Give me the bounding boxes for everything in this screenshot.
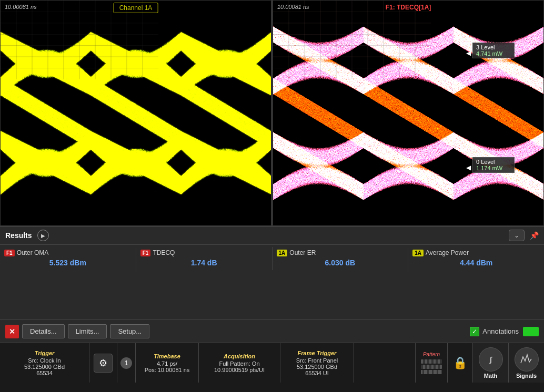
pattern-bar-1 bbox=[421, 359, 442, 364]
pattern-label: Pattern bbox=[423, 352, 440, 357]
measurement-cell-tdecq: F1 TDECQ 1.74 dB bbox=[136, 247, 273, 270]
frame-trigger-rate: 53.125000 GBd bbox=[285, 364, 349, 370]
meas-value-avg-power: 4.44 dBm bbox=[412, 257, 540, 268]
meas-name-tdecq: TDECQ bbox=[153, 249, 175, 256]
timebase-pos-label: Pos: bbox=[145, 367, 156, 373]
marker-0level-label: 0 Level bbox=[476, 159, 511, 165]
results-empty-space bbox=[0, 272, 544, 319]
meas-value-tdecq: 1.74 dB bbox=[140, 257, 268, 268]
pin-button[interactable]: 📌 bbox=[530, 231, 539, 240]
trigger-badge-number: 1 bbox=[120, 357, 132, 369]
signals-icon bbox=[520, 353, 533, 366]
checkbox-icon: ✓ bbox=[470, 327, 479, 336]
gear-icon[interactable]: ⚙ bbox=[94, 354, 113, 373]
pattern-bar-2 bbox=[421, 365, 442, 369]
right-channel-display: 10.00081 ns F1: TDECQ[1A] 3 Level 4.741 … bbox=[273, 0, 544, 226]
frame-trigger-src: Src: Front Panel bbox=[285, 357, 349, 364]
meas-header-outer-er: 1A Outer ER bbox=[277, 249, 404, 256]
lock-icon: 🔒 bbox=[453, 356, 467, 370]
play-button[interactable]: ▶ bbox=[37, 230, 49, 241]
action-bar-right: ✓ Annotations bbox=[470, 327, 539, 336]
meas-header-outer-oma: F1 Outer OMA bbox=[4, 249, 132, 256]
marker-3level-value: 4.741 mW bbox=[476, 50, 511, 57]
acquisition-full-pattern: Full Pattern: On bbox=[203, 360, 276, 367]
marker-3level: 3 Level 4.741 mW bbox=[472, 43, 515, 58]
timebase-section: Timebase 4.71 ps/ Pos: 10.00081 ns bbox=[136, 343, 199, 383]
left-channel-display: 10.00081 ns Channel 1A bbox=[0, 0, 271, 226]
chevron-down-button[interactable]: ⌄ bbox=[509, 230, 525, 241]
badge-1a-outer-er: 1A bbox=[277, 250, 288, 256]
pattern-indicators bbox=[421, 359, 442, 374]
meas-name-avg-power: Average Power bbox=[426, 249, 469, 256]
badge-1a-avg-power: 1A bbox=[412, 250, 424, 256]
annotations-label: Annotations bbox=[482, 327, 519, 335]
results-panel: Results ▶ ⌄ 📌 F1 Outer OMA 5.523 dBm F1 … bbox=[0, 226, 544, 343]
badge-f1-outer-oma: F1 bbox=[4, 250, 15, 256]
timebase-pos-value: 10.00081 ns bbox=[158, 367, 190, 373]
timebase-title: Timebase bbox=[140, 353, 194, 359]
pattern-section: Pattern bbox=[415, 343, 447, 383]
measurements-row: F1 Outer OMA 5.523 dBm F1 TDECQ 1.74 dB … bbox=[0, 245, 544, 272]
trigger-code: 65534 bbox=[4, 370, 85, 376]
status-right: Pattern 🔒 ∫ Math bbox=[415, 343, 544, 383]
meas-header-tdecq: F1 TDECQ bbox=[140, 249, 268, 256]
timebase-pos: Pos: 10.00081 ns bbox=[140, 367, 194, 373]
signals-label: Signals bbox=[516, 373, 537, 379]
green-status-indicator bbox=[523, 327, 539, 336]
marker-0level-value: 1.174 mW bbox=[476, 165, 511, 171]
checkmark-icon: ✓ bbox=[472, 328, 477, 335]
yellow-eye-canvas bbox=[1, 1, 271, 225]
right-channel-label: F1: TDECQ[1A] bbox=[382, 3, 435, 12]
measurement-cell-outer-er: 1A Outer ER 6.030 dB bbox=[273, 247, 409, 270]
marker-0level-arrow: ◀ bbox=[466, 162, 471, 172]
results-header: Results ▶ ⌄ 📌 bbox=[0, 226, 544, 245]
acquisition-title: Acquisition bbox=[203, 353, 276, 359]
frame-trigger-ui: 65534 UI bbox=[285, 370, 349, 376]
left-channel-label: Channel 1A bbox=[114, 3, 158, 13]
meas-name-outer-er: Outer ER bbox=[289, 249, 316, 256]
results-header-right: ⌄ 📌 bbox=[509, 230, 539, 241]
math-button[interactable]: ∫ Math bbox=[472, 343, 508, 383]
badge-f1-tdecq: F1 bbox=[140, 250, 151, 256]
close-button[interactable]: ✕ bbox=[5, 325, 19, 338]
trigger-number-badge: 1 bbox=[117, 343, 136, 383]
results-title: Results bbox=[5, 231, 32, 240]
meas-value-outer-er: 6.030 dB bbox=[277, 257, 404, 268]
acquisition-pts: 10.99000519 pts/UI bbox=[203, 367, 276, 373]
svg-text:∫: ∫ bbox=[489, 355, 492, 364]
math-icon: ∫ bbox=[484, 353, 498, 366]
math-button-inner: ∫ bbox=[479, 347, 503, 372]
marker-0level: 0 Level 1.174 mW bbox=[472, 157, 515, 173]
trigger-rate: 53.125000 GBd bbox=[4, 364, 85, 370]
acquisition-section: Acquisition Full Pattern: On 10.99000519… bbox=[199, 343, 280, 383]
frame-trigger-section: Frame Trigger Src: Front Panel 53.125000… bbox=[280, 343, 354, 383]
trigger-section: Trigger Src: Clock In 53.125000 GBd 6553… bbox=[0, 343, 89, 383]
right-timestamp: 10.00081 ns bbox=[277, 4, 309, 10]
marker-3level-arrow: ◀ bbox=[466, 48, 471, 57]
pattern-dots bbox=[421, 359, 442, 374]
details-button[interactable]: Details... bbox=[22, 324, 65, 338]
limits-button[interactable]: Limits... bbox=[68, 324, 107, 338]
lock-section[interactable]: 🔒 bbox=[447, 343, 472, 383]
pattern-bar-3 bbox=[421, 370, 442, 374]
signals-button-inner bbox=[515, 347, 539, 372]
status-bar: Trigger Src: Clock In 53.125000 GBd 6553… bbox=[0, 343, 544, 383]
action-bar: ✕ Details... Limits... Setup... ✓ Annota… bbox=[0, 319, 544, 343]
measurement-cell-avg-power: 1A Average Power 4.44 dBm bbox=[408, 247, 544, 270]
meas-value-outer-oma: 5.523 dBm bbox=[4, 257, 132, 268]
setup-button[interactable]: Setup... bbox=[110, 324, 149, 338]
left-timestamp: 10.00081 ns bbox=[5, 4, 37, 10]
meas-header-avg-power: 1A Average Power bbox=[412, 249, 540, 256]
timebase-ps: 4.71 ps/ bbox=[140, 360, 194, 367]
meas-name-outer-oma: Outer OMA bbox=[17, 249, 49, 256]
marker-3level-label: 3 Level bbox=[476, 44, 511, 50]
measurement-cell-outer-oma: F1 Outer OMA 5.523 dBm bbox=[0, 247, 136, 270]
annotations-checkbox[interactable]: ✓ Annotations bbox=[470, 327, 519, 336]
pink-eye-canvas bbox=[273, 1, 543, 225]
display-area: 10.00081 ns Channel 1A 10.00081 ns F1: T bbox=[0, 0, 544, 226]
math-label: Math bbox=[484, 373, 498, 379]
signals-button[interactable]: Signals bbox=[508, 343, 544, 383]
trigger-src: Src: Clock In bbox=[4, 357, 85, 364]
frame-trigger-title: Frame Trigger bbox=[285, 350, 349, 356]
trigger-gear-section[interactable]: ⚙ bbox=[89, 343, 117, 383]
